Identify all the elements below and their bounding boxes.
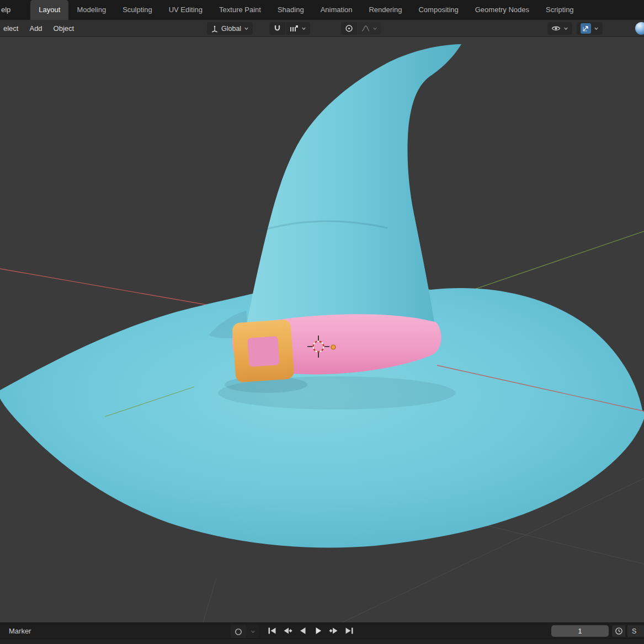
proportional-editing-group: [341, 22, 381, 35]
workspace-tabs: Layout Modeling Sculpting UV Editing Tex…: [30, 0, 582, 20]
tab-layout[interactable]: Layout: [30, 0, 68, 20]
tab-sculpting[interactable]: Sculpting: [114, 0, 160, 20]
chevron-down-icon: [594, 26, 599, 31]
snap-increment-icon: [290, 25, 299, 33]
proportional-editing-toggle[interactable]: [341, 22, 357, 35]
auto-key-group: [231, 625, 259, 638]
transform-orientation-icon: [211, 25, 219, 33]
object-origin-dot[interactable]: [331, 345, 336, 349]
previous-keyframe-button[interactable]: [280, 625, 295, 637]
chevron-down-icon: [301, 26, 306, 31]
tab-animation[interactable]: Animation: [312, 0, 361, 20]
viewport-shading-group: [635, 22, 644, 35]
current-frame-field[interactable]: 1: [551, 625, 609, 637]
jump-to-end-button[interactable]: [342, 625, 356, 637]
viewport-scene: [0, 37, 644, 622]
show-overlays-dropdown[interactable]: [547, 22, 572, 35]
marker-menu[interactable]: Marker: [9, 627, 31, 635]
menu-help-partial[interactable]: elp: [0, 0, 16, 20]
falloff-curve-icon: [361, 25, 370, 32]
chevron-down-icon: [372, 26, 377, 31]
tab-rendering[interactable]: Rendering: [360, 0, 410, 20]
proportional-editing-icon: [345, 24, 353, 33]
start-frame-field-partial[interactable]: S: [627, 625, 644, 637]
transform-orientation-group: Global: [207, 22, 253, 35]
chevron-down-icon: [563, 26, 568, 31]
buckle: [232, 319, 294, 382]
clock-icon: [615, 627, 623, 635]
viewport-header: elect Add Object Global: [0, 20, 644, 37]
playback-sync-button[interactable]: [612, 625, 625, 637]
topbar: elp Layout Modeling Sculpting UV Editing…: [0, 0, 644, 20]
snapping-group: [269, 22, 310, 35]
tab-modeling[interactable]: Modeling: [68, 0, 114, 20]
menu-add[interactable]: Add: [24, 20, 47, 37]
tab-compositing[interactable]: Compositing: [410, 0, 466, 20]
transform-orientation-dropdown[interactable]: Global: [207, 22, 253, 35]
auto-key-toggle[interactable]: [231, 625, 246, 638]
viewport-menus: elect Add Object: [0, 20, 79, 37]
chevron-down-icon: [251, 629, 256, 634]
playback-controls: [265, 625, 356, 637]
witch-hat-object[interactable]: [0, 44, 644, 547]
tab-texture-paint[interactable]: Texture Paint: [211, 0, 269, 20]
chevron-down-icon: [244, 26, 249, 31]
jump-to-start-button[interactable]: [265, 625, 279, 637]
current-frame-value: 1: [578, 627, 582, 635]
transform-orientation-value: Global: [221, 25, 241, 33]
record-circle-icon: [235, 628, 242, 636]
start-frame-label-partial: S: [632, 627, 636, 635]
tab-geometry-nodes[interactable]: Geometry Nodes: [467, 0, 537, 20]
tab-scripting[interactable]: Scripting: [537, 0, 582, 20]
gizmo-icon: [581, 23, 591, 34]
play-button[interactable]: [311, 625, 326, 637]
overlays-eye-icon: [551, 25, 561, 32]
magnet-icon: [273, 24, 281, 33]
next-keyframe-button[interactable]: [327, 625, 341, 637]
3d-viewport[interactable]: [0, 37, 644, 622]
timeline-bar: Marker 1: [0, 622, 644, 638]
show-gizmo-group: [577, 22, 603, 35]
menu-select-partial[interactable]: elect: [0, 20, 24, 37]
viewport-shading-icon[interactable]: [635, 22, 644, 35]
show-overlays-group: [547, 22, 572, 35]
status-bar-partial: [0, 638, 644, 644]
snap-toggle-button[interactable]: [269, 22, 285, 35]
show-gizmo-dropdown[interactable]: [577, 22, 603, 35]
proportional-falloff-dropdown[interactable]: [358, 22, 381, 35]
snap-target-dropdown[interactable]: [286, 22, 310, 35]
auto-key-dropdown[interactable]: [247, 625, 259, 638]
tab-shading[interactable]: Shading: [269, 0, 312, 20]
play-reverse-button[interactable]: [296, 625, 310, 637]
menu-object[interactable]: Object: [48, 20, 80, 37]
tab-uv-editing[interactable]: UV Editing: [161, 0, 211, 20]
